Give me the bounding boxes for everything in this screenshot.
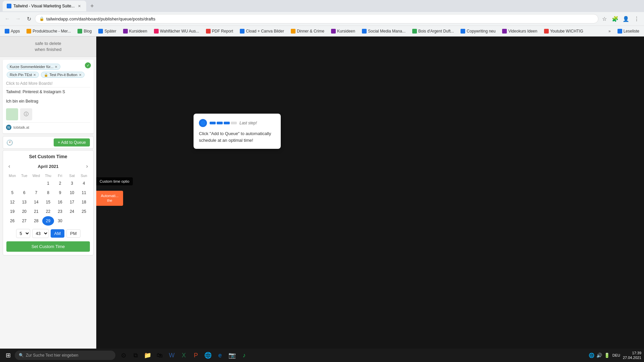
calendar-day[interactable]: 28 (30, 216, 42, 226)
bookmark-star-btn[interactable]: ☆ (600, 14, 609, 23)
tag-remove-btn[interactable]: ✕ (79, 73, 82, 77)
pm-btn[interactable]: PM (66, 229, 80, 238)
click-add-boards[interactable]: Click to Add More Boards! (6, 80, 90, 87)
calendar-day[interactable]: 26 (6, 216, 18, 226)
search-icon: 🔍 (19, 353, 24, 358)
calendar-day[interactable]: 12 (6, 197, 18, 207)
calendar-day[interactable]: 29 (42, 216, 54, 226)
address-bar[interactable]: 🔒 tailwindapp.com/dashboard/publisher/qu… (35, 14, 598, 23)
calendar-day (66, 216, 78, 226)
calendar-day[interactable]: 13 (18, 197, 31, 207)
taskbar-app-spotify[interactable]: ♪ (239, 350, 250, 361)
bookmark-youtube[interactable]: Youtube WICHTIG (542, 28, 585, 34)
bookmark-kursideen1[interactable]: Kursideen (121, 28, 149, 34)
bookmarks-more-btn[interactable]: » (606, 28, 613, 34)
tag-remove-btn[interactable]: ✕ (33, 73, 36, 77)
calendar-day[interactable]: 9 (54, 188, 66, 197)
calendar-day[interactable]: 22 (42, 207, 54, 216)
calendar-day[interactable]: 24 (66, 207, 78, 216)
new-tab-btn[interactable]: + (88, 1, 97, 11)
calendar-day[interactable]: 18 (78, 197, 90, 207)
bookmark-icon (618, 29, 622, 34)
bookmark-produktsuche[interactable]: Produktsuche - Mer... (24, 28, 73, 34)
am-btn[interactable]: AM (51, 229, 65, 238)
calendar-day[interactable]: 6 (18, 188, 31, 197)
bookmark-leseliste[interactable]: Leseliste (615, 28, 641, 34)
menu-btn[interactable]: ⋮ (632, 14, 641, 23)
calendar-day[interactable]: 11 (78, 188, 90, 197)
bookmark-cload[interactable]: Cload + Canva Bilder (238, 28, 286, 34)
bookmark-icon (123, 29, 128, 34)
profile-btn[interactable]: 👤 (621, 14, 631, 23)
calendar-day[interactable]: 23 (54, 207, 66, 216)
bookmark-label: PDF Report (212, 29, 233, 34)
taskbar-app-edge[interactable]: e (215, 350, 225, 361)
bookmark-bois[interactable]: Bois d'Argent Duft... (410, 28, 456, 34)
tag-remove-btn[interactable]: ✕ (55, 65, 57, 69)
taskbar-app-powerpoint[interactable]: P (191, 350, 201, 361)
step-dot-1 (210, 122, 216, 124)
calendar-day[interactable]: 30 (54, 216, 66, 226)
calendar-day[interactable]: 3 (66, 179, 78, 188)
calendar-day[interactable]: 20 (18, 207, 31, 216)
time-picker: 5 43 AM PM (6, 229, 90, 238)
calendar-day[interactable]: 1 (42, 179, 54, 188)
calendar-day[interactable]: 4 (78, 179, 90, 188)
bookmark-label: Bois d'Argent Duft... (418, 29, 454, 34)
language-indicator: DEU (612, 353, 620, 357)
active-tab[interactable]: Tailwind - Visual Marketing Suite... ✕ (3, 1, 86, 11)
bookmark-socialmedia[interactable]: Social Media Mana... (360, 28, 408, 34)
bookmark-kursideen2[interactable]: Kursideen (329, 28, 357, 34)
bookmark-videokurs[interactable]: Videokurs Ideen (500, 28, 539, 34)
calendar-day[interactable]: 27 (18, 216, 31, 226)
post-source: tobitalk.at (13, 125, 29, 129)
taskbar-app-chrome[interactable]: 🌐 (203, 350, 213, 361)
calendar-day (18, 179, 31, 188)
extensions-btn[interactable]: 🧩 (610, 14, 620, 23)
calendar-day[interactable]: 16 (54, 197, 66, 207)
back-btn[interactable]: ← (3, 14, 12, 23)
bookmark-label: Blog (84, 29, 92, 34)
bookmark-blog[interactable]: Blog (75, 28, 94, 34)
calendar-day[interactable]: 14 (30, 197, 42, 207)
taskbar-app-word[interactable]: W (166, 350, 177, 361)
bookmark-wahlfaecher[interactable]: Wahlfächer WU Aus... (152, 28, 201, 34)
taskbar-app-taskview[interactable]: ⧉ (130, 350, 141, 361)
start-btn[interactable]: ⊞ (3, 350, 13, 361)
forward-btn[interactable]: → (13, 14, 23, 23)
calendar-day[interactable]: 5 (6, 188, 18, 197)
bookmark-icon (544, 29, 549, 34)
calendar-day[interactable]: 10 (66, 188, 78, 197)
calendar-day[interactable]: 7 (30, 188, 42, 197)
calendar-day[interactable]: 25 (78, 207, 90, 216)
add-queue-bar: 🕐 + Add to Queue (3, 136, 94, 149)
calendar-day[interactable]: 2 (54, 179, 66, 188)
calendar-day[interactable]: 19 (6, 207, 18, 216)
add-to-queue-btn[interactable]: + Add to Queue (54, 138, 90, 146)
sidebar-panel: safe to delete when finished ✓ Kurze Som… (0, 37, 96, 362)
prev-month-btn[interactable]: ‹ (6, 163, 12, 170)
set-custom-time-btn[interactable]: Set Custom Time (6, 241, 90, 252)
calendar-day[interactable]: 21 (30, 207, 42, 216)
bookmark-pdf[interactable]: PDF Report (204, 28, 235, 34)
reload-btn[interactable]: ↻ (24, 14, 34, 23)
bookmark-copywriting[interactable]: Copywriting neu (459, 28, 497, 34)
tab-close-btn[interactable]: ✕ (77, 3, 82, 9)
bookmark-spaeter[interactable]: Später (96, 28, 118, 34)
bookmark-dinner[interactable]: Dinner & Crime (289, 28, 326, 34)
taskbar-app-store[interactable]: 🛍 (154, 350, 165, 361)
hour-select[interactable]: 5 (16, 229, 30, 238)
next-month-btn[interactable]: › (84, 163, 90, 170)
calendar-day[interactable]: 8 (42, 188, 54, 197)
calendar-day[interactable]: 15 (42, 197, 54, 207)
automate-btn[interactable]: Automati... the (96, 191, 123, 206)
taskbar-app-cortana[interactable]: ⊙ (118, 350, 129, 361)
taskbar-app-excel[interactable]: X (178, 350, 189, 361)
minute-select[interactable]: 43 (32, 229, 49, 238)
taskbar-search[interactable]: 🔍 Zur Suche Text hier eingeben (15, 351, 115, 360)
calendar-day[interactable]: 17 (66, 197, 78, 207)
taskbar-app-explorer[interactable]: 📁 (142, 350, 153, 361)
taskbar-app-capture[interactable]: 📷 (227, 350, 237, 361)
day-header-sun: Sun (78, 173, 90, 179)
bookmark-apps[interactable]: Apps (3, 28, 22, 34)
